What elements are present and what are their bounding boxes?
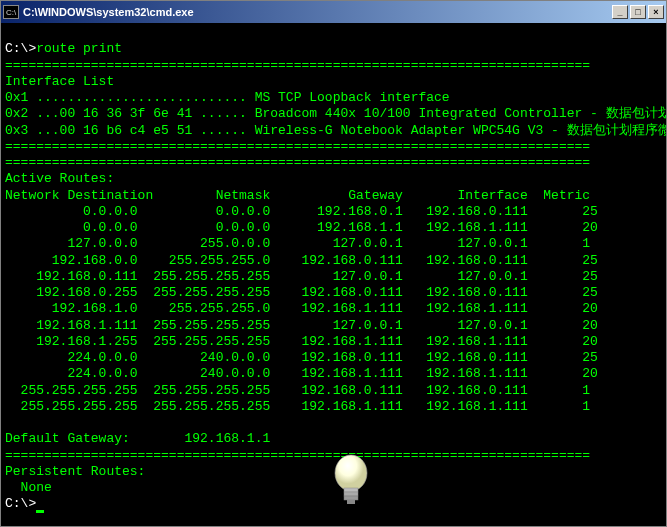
table-row: 192.168.0.0 255.255.255.0 192.168.0.111 … [5,253,662,269]
table-row: 255.255.255.255 255.255.255.255 192.168.… [5,399,662,415]
svg-rect-5 [347,500,355,504]
prompt-prefix: C:\> [5,41,36,56]
titlebar[interactable]: C:\ C:\WINDOWS\system32\cmd.exe _ □ × [1,1,666,23]
separator: ========================================… [5,58,590,73]
table-row: 192.168.0.255 255.255.255.255 192.168.0.… [5,285,662,301]
interface-line-1: 0x1 ........................... MS TCP L… [5,90,450,105]
table-row: 255.255.255.255 255.255.255.255 192.168.… [5,383,662,399]
separator: ========================================… [5,139,590,154]
command-input: route print [36,41,122,56]
interface-line-3: 0x3 ...00 16 b6 c4 e5 51 ...... Wireless… [5,123,666,138]
persistent-routes-none: None [5,480,52,495]
interface-line-2: 0x2 ...00 16 36 3f 6e 41 ...... Broadcom… [5,106,666,121]
table-row: 0.0.0.0 0.0.0.0 192.168.0.1 192.168.0.11… [5,204,662,220]
separator: ========================================… [5,155,590,170]
table-row: 224.0.0.0 240.0.0.0 192.168.1.111 192.16… [5,366,662,382]
routes-header-row: Network Destination Netmask Gateway Inte… [5,188,590,203]
table-row: 0.0.0.0 0.0.0.0 192.168.1.1 192.168.1.11… [5,220,662,236]
svg-rect-3 [344,492,358,496]
table-row: 192.168.1.111 255.255.255.255 127.0.0.1 … [5,318,662,334]
default-gateway-line: Default Gateway: 192.168.1.1 [5,431,270,446]
window-title: C:\WINDOWS\system32\cmd.exe [23,6,612,18]
table-row: 192.168.0.111 255.255.255.255 127.0.0.1 … [5,269,662,285]
close-button[interactable]: × [648,5,664,19]
cursor [36,510,44,513]
terminal-output[interactable]: C:\>route print ========================… [1,23,666,526]
routes-table-body: 0.0.0.0 0.0.0.0 192.168.0.1 192.168.0.11… [5,204,662,415]
table-row: 192.168.1.0 255.255.255.0 192.168.1.111 … [5,301,662,317]
svg-rect-2 [344,488,358,492]
maximize-button[interactable]: □ [630,5,646,19]
cmd-window: C:\ C:\WINDOWS\system32\cmd.exe _ □ × C:… [0,0,667,527]
interface-list-heading: Interface List [5,74,114,89]
minimize-button[interactable]: _ [612,5,628,19]
table-row: 127.0.0.0 255.0.0.0 127.0.0.1 127.0.0.1 … [5,236,662,252]
separator: ========================================… [5,448,590,463]
svg-rect-4 [344,496,358,500]
persistent-routes-heading: Persistent Routes: [5,464,145,479]
table-row: 224.0.0.0 240.0.0.0 192.168.0.111 192.16… [5,350,662,366]
cmd-icon: C:\ [3,5,19,19]
prompt-prefix: C:\> [5,496,36,511]
table-row: 192.168.1.255 255.255.255.255 192.168.1.… [5,334,662,350]
active-routes-heading: Active Routes: [5,171,114,186]
window-controls: _ □ × [612,5,664,19]
